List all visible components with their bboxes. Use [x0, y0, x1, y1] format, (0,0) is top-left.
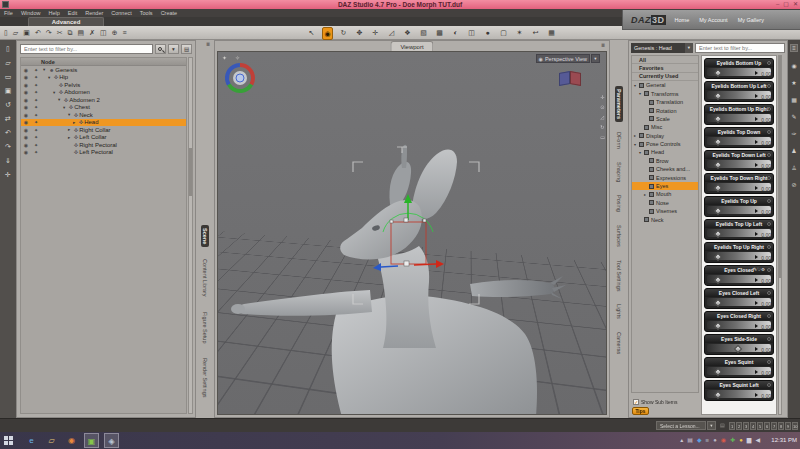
- favorites-strip-icon[interactable]: ★: [791, 79, 796, 86]
- slider-nudge-icon[interactable]: [755, 117, 758, 121]
- selectability-icon[interactable]: ✦: [31, 89, 41, 95]
- selectability-icon[interactable]: ✦: [31, 119, 41, 125]
- presets-icon[interactable]: ◉: [791, 62, 796, 69]
- slider-knob[interactable]: [714, 391, 722, 399]
- scene-scrollbar[interactable]: [188, 57, 193, 414]
- delete-icon[interactable]: ✗: [89, 28, 95, 38]
- slider-knob[interactable]: [714, 184, 722, 192]
- save-icon[interactable]: ▣: [23, 28, 30, 38]
- slider-nudge-icon[interactable]: [755, 278, 758, 282]
- selectability-icon[interactable]: ✦: [31, 142, 41, 148]
- slider-nudge-icon[interactable]: [755, 186, 758, 190]
- selectability-icon[interactable]: ✦: [31, 149, 41, 155]
- visibility-eye-icon[interactable]: ◉: [21, 82, 31, 88]
- duplicate-icon[interactable]: ◫: [100, 28, 107, 38]
- active-pose-tool-icon[interactable]: ❖: [402, 27, 413, 40]
- slider-nudge-icon[interactable]: [755, 94, 758, 98]
- selectability-icon[interactable]: ✦: [31, 104, 41, 110]
- visibility-eye-icon[interactable]: ◉: [21, 149, 31, 155]
- selectability-icon[interactable]: ✦: [31, 97, 41, 103]
- scrollbar-thumb[interactable]: [189, 148, 192, 196]
- visibility-eye-icon[interactable]: ◉: [21, 104, 31, 110]
- lesson-page-button[interactable]: 5: [757, 422, 763, 430]
- file-explorer-icon[interactable]: ▱: [44, 433, 59, 448]
- slider-nudge-icon[interactable]: [755, 324, 758, 328]
- pointer-tool-icon[interactable]: ↖: [306, 27, 317, 40]
- parameter-group-row[interactable]: Misc: [632, 123, 698, 131]
- slider-nudge-icon[interactable]: [755, 163, 758, 167]
- tips-button[interactable]: Tips: [632, 407, 649, 415]
- slider-nudge-icon[interactable]: [755, 232, 758, 236]
- slider-info-icon[interactable]: [767, 130, 771, 134]
- menu-item[interactable]: Create: [161, 10, 178, 16]
- left-pane-tab[interactable]: Render Settings: [201, 355, 209, 400]
- parameters-filter-input[interactable]: [695, 43, 785, 53]
- export-icon[interactable]: ⇄: [5, 115, 11, 123]
- parameter-slider[interactable]: Eyelids Top Down ✎♡⚙ 0.00: [704, 127, 774, 148]
- lesson-page-button[interactable]: 8: [778, 422, 784, 430]
- scene-node-row[interactable]: ◉ ✦ ▸ ✜ Head: [21, 119, 186, 127]
- slider-info-icon[interactable]: [767, 383, 771, 387]
- slider-info-icon[interactable]: [767, 176, 771, 180]
- pane-options-icon[interactable]: ≣: [206, 41, 210, 47]
- visibility-eye-icon[interactable]: ◉: [21, 134, 31, 140]
- slider-knob[interactable]: [714, 230, 722, 238]
- menu-item[interactable]: Tools: [140, 10, 153, 16]
- scene-node-row[interactable]: ◉ ✦ ✜ Pelvis: [21, 81, 186, 89]
- copy-icon[interactable]: ⧉: [68, 28, 73, 38]
- slider-knob[interactable]: [714, 207, 722, 215]
- visibility-eye-icon[interactable]: ◉: [21, 74, 31, 80]
- parameter-group-row[interactable]: Brow: [632, 157, 698, 165]
- parameter-group-row[interactable]: ▾ Head: [632, 148, 698, 156]
- open-icon[interactable]: ▱: [5, 59, 10, 67]
- doe-body[interactable]: [231, 145, 566, 415]
- scene-node-row[interactable]: ◉ ✦ ✜ Right Pectoral: [21, 141, 186, 149]
- slider-knob[interactable]: [714, 92, 722, 100]
- slider-knob[interactable]: [714, 299, 722, 307]
- slider-knob[interactable]: [714, 276, 722, 284]
- slider-nudge-icon[interactable]: [755, 393, 758, 397]
- view-selector-dropdown-icon[interactable]: ▾: [591, 54, 600, 63]
- menu-item[interactable]: File: [4, 10, 13, 16]
- lesson-page-button[interactable]: 9: [785, 422, 791, 430]
- slider-info-icon[interactable]: [767, 222, 771, 226]
- slider-knob[interactable]: [714, 322, 722, 330]
- right-pane-tab[interactable]: DForm: [615, 129, 623, 152]
- visibility-eye-icon[interactable]: ◉: [21, 112, 31, 118]
- image-editor-icon[interactable]: ▦: [546, 27, 557, 40]
- lesson-menu-icon[interactable]: ▤: [720, 422, 725, 428]
- slider-nudge-icon[interactable]: [755, 140, 758, 144]
- selectability-icon[interactable]: ✦: [31, 74, 41, 80]
- visibility-eye-icon[interactable]: ◉: [21, 67, 31, 73]
- parameter-group-row[interactable]: Currently Used: [632, 73, 698, 81]
- selectability-icon[interactable]: ✦: [31, 112, 41, 118]
- zoom-tool-icon[interactable]: ◿: [600, 114, 605, 120]
- selectability-icon[interactable]: ✦: [31, 82, 41, 88]
- parameter-slider[interactable]: Eyes Closed ✎♡⚙ 0.00: [704, 265, 774, 286]
- viewport-options-icon[interactable]: ≣: [601, 42, 605, 48]
- keyboard-tray-icon[interactable]: ▤: [687, 436, 693, 445]
- parameter-slider[interactable]: Eyes Squint Left ✎♡⚙ 0.00: [704, 380, 774, 401]
- paste-icon[interactable]: ▤: [78, 28, 85, 38]
- parameter-group-row[interactable]: ▾ Pose Controls: [632, 140, 698, 148]
- view-cube-right-face[interactable]: [570, 71, 581, 86]
- slider-nudge-icon[interactable]: [755, 301, 758, 305]
- node-selection-tool-icon[interactable]: ◉: [322, 27, 333, 40]
- parameter-group-row[interactable]: Scale: [632, 115, 698, 123]
- viewport-canvas[interactable]: ✦✧ ◉ Perspective View ▾ ✛⊙◿↻▭: [217, 51, 607, 415]
- spot-render-tool-icon[interactable]: ▩: [434, 27, 445, 40]
- show-sub-items-checkbox[interactable]: ✓: [633, 399, 639, 405]
- scene-node-row[interactable]: ◉ ✦ ▾ ✜ Abdomen: [21, 89, 186, 97]
- pose-preset-icon[interactable]: ♟: [791, 147, 796, 154]
- save-file-icon[interactable]: ▣: [5, 87, 12, 95]
- visibility-eye-icon[interactable]: ◉: [21, 142, 31, 148]
- rotate-view-icon[interactable]: ↻: [600, 124, 605, 130]
- parameter-slider[interactable]: Eyelids Top Down Right ✎♡⚙ 0.00: [704, 173, 774, 194]
- tray-expand-icon[interactable]: ▴: [680, 436, 683, 445]
- redo-strip-icon[interactable]: ↷: [5, 143, 11, 151]
- visibility-eye-icon[interactable]: ◉: [21, 127, 31, 133]
- scene-node-row[interactable]: ◉ ✦ ✜ Left Pectoral: [21, 149, 186, 157]
- parameter-group-row[interactable]: ▸ Display: [632, 132, 698, 140]
- parameter-group-row[interactable]: Nose: [632, 199, 698, 207]
- left-pane-tab[interactable]: Content Library: [201, 256, 209, 300]
